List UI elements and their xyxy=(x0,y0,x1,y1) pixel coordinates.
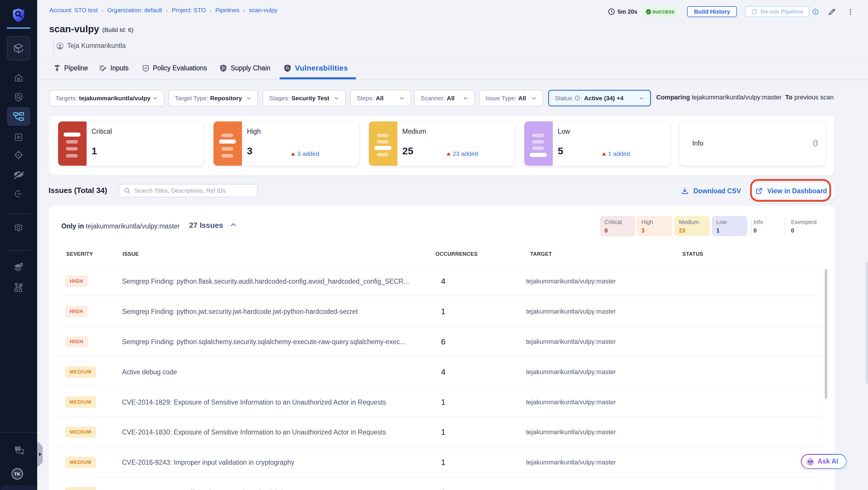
svg-text:?: ? xyxy=(17,447,19,451)
